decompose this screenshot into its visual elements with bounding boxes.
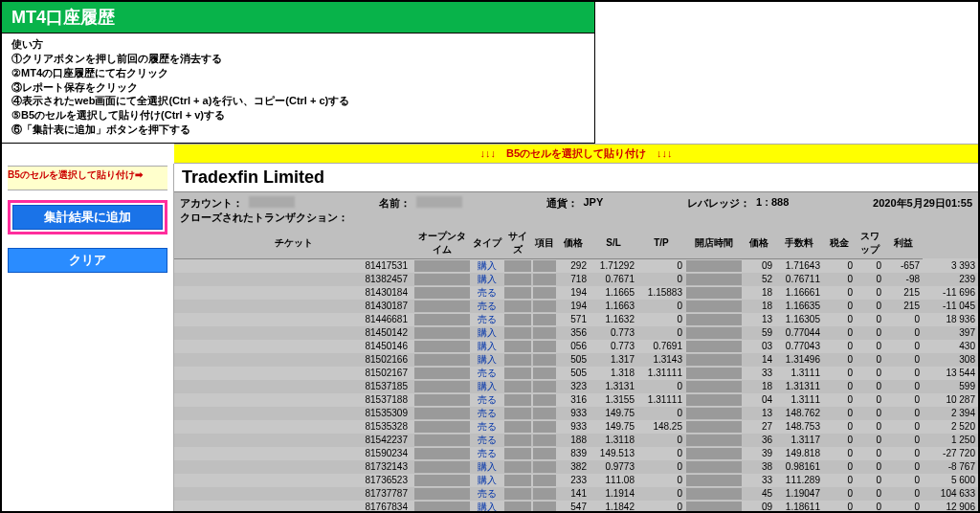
table-row: 81537185購入3231.31310181.31311000599 <box>174 380 978 393</box>
table-row: 81737787売る1411.19140451.19047000104 633 <box>174 487 978 501</box>
instr-line: ⑥「集計表に追加」ボタンを押下する <box>11 123 585 137</box>
closed-tx-label: クローズされたトランザクション： <box>174 211 978 228</box>
table-row: 81736523購入233111.08033111.2890005 600 <box>174 474 978 487</box>
add-button-highlight: 集計結果に追加 <box>8 200 167 234</box>
account-row: アカウント： 名前： 通貨：JPY レバレッジ：1 : 888 2020年5月2… <box>174 192 978 211</box>
left-panel: B5のセルを選択して貼り付け➡ 集計結果に追加 クリア <box>2 164 174 513</box>
col-header: 価格 <box>743 228 775 259</box>
table-row: 81502166購入5051.3171.3143141.31496000308 <box>174 353 978 367</box>
col-header: 税金 <box>823 228 856 259</box>
table-row: 81542237売る1881.31180361.31170001 250 <box>174 434 978 447</box>
col-header: 手数料 <box>775 228 823 259</box>
col-header: スワップ <box>856 228 884 259</box>
instr-line: ①クリアボタンを押し前回の履歴を消去する <box>11 52 585 66</box>
col-header: サイズ <box>503 228 532 259</box>
instructions: 使い方 ①クリアボタンを押し前回の履歴を消去する ②MT4の口座履歴にて右クリッ… <box>2 33 594 143</box>
name-value-blur <box>416 196 462 208</box>
instr-line: ④表示されたweb画面にて全選択(Ctrl + a)を行い、コピー(Ctrl +… <box>11 94 585 108</box>
header-box: MT4口座履歴 使い方 ①クリアボタンを押し前回の履歴を消去する ②MT4の口座… <box>2 2 595 144</box>
col-header: タイプ <box>471 228 503 259</box>
currency-value: JPY <box>584 196 604 211</box>
name-label: 名前： <box>379 196 411 211</box>
paste-hint: B5のセルを選択して貼り付け➡ <box>8 166 167 190</box>
leverage-label: レバレッジ： <box>687 196 750 211</box>
col-header: オープンタイム <box>413 228 471 259</box>
table-row: 81382457購入7180.76710520.7671100-98239 <box>174 273 978 286</box>
table-row: 81502167売る5051.3181.31111331.311100013 5… <box>174 367 978 380</box>
table-row: 81450142購入3560.7730590.77044000397 <box>174 326 978 340</box>
transactions-table: チケットオープンタイムタイプサイズ項目価格S/LT/P開店時間価格手数料税金スワ… <box>174 228 978 513</box>
col-header: 開店時間 <box>685 228 743 259</box>
account-label: アカウント： <box>180 196 243 211</box>
table-row: 81590234売る839149.513039149.818000-27 720 <box>174 447 978 460</box>
page-title: MT4口座履歴 <box>2 2 594 33</box>
currency-label: 通貨： <box>546 196 578 211</box>
col-header: チケット <box>174 228 413 259</box>
col-header: 価格 <box>557 228 590 259</box>
table-row: 81767834購入5471.18420091.1861100012 906 <box>174 501 978 513</box>
col-header: 利益 <box>884 228 923 259</box>
table-row: 81417531購入2921.712920091.7164300-6573 39… <box>174 258 978 273</box>
table-row: 81446681売る5711.16320131.1630500018 936 <box>174 313 978 326</box>
instr-line: ③レポート保存をクリック <box>11 80 585 95</box>
table-row: 81732143購入3820.97730380.98161000-8 767 <box>174 460 978 474</box>
table-row: 81537188売る3161.31551.31111041.311100010 … <box>174 393 978 407</box>
report-date: 2020年5月29日01:55 <box>873 196 972 211</box>
instr-line: ⑤B5のセルを選択して貼り付け(Ctrl + v)する <box>11 108 585 123</box>
col-header: 項目 <box>532 228 557 259</box>
report-panel: Tradexfin Limited アカウント： 名前： 通貨：JPY レバレッ… <box>174 164 978 513</box>
add-to-summary-button[interactable]: 集計結果に追加 <box>12 205 163 230</box>
table-row: 81535328売る933149.75148.2527148.7530002 5… <box>174 420 978 434</box>
yellow-hint-bar: ↓↓↓ B5のセルを選択して貼り付け ↓↓↓ <box>174 144 978 164</box>
clear-button[interactable]: クリア <box>8 248 167 273</box>
leverage-value: 1 : 888 <box>756 196 789 211</box>
table-row: 81535309売る933149.75013148.7620002 394 <box>174 407 978 420</box>
table-row: 81430184売る1941.16651.15883181.1666100215… <box>174 286 978 300</box>
account-value-blur <box>249 196 295 208</box>
company-name: Tradexfin Limited <box>174 164 978 192</box>
col-header: S/L <box>590 228 637 259</box>
table-row: 81450146購入0560.7730.7691030.77043000430 <box>174 340 978 353</box>
table-row: 81430187売る1941.16630181.1663500215-11 04… <box>174 300 978 313</box>
instr-line: 使い方 <box>11 37 585 52</box>
col-header: T/P <box>637 228 685 259</box>
instr-line: ②MT4の口座履歴にて右クリック <box>11 66 585 80</box>
